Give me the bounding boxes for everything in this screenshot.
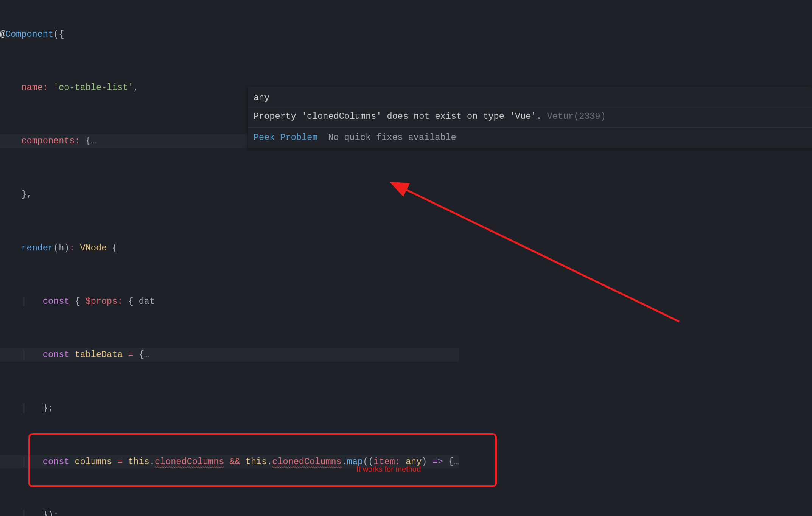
arrow: => [432, 457, 443, 467]
punct: . [342, 457, 347, 467]
code-line[interactable]: @Component({ [0, 28, 459, 41]
fold-ellipsis-icon[interactable]: … [144, 350, 149, 360]
punct: { [128, 296, 139, 306]
punct: : [43, 82, 48, 93]
error-span[interactable]: clonedColumns [155, 457, 224, 468]
hover-msg-c: does not exist on type [381, 111, 509, 121]
hover-actions: Peek ProblemNo quick fixes available [248, 127, 812, 148]
decorator-fn: Component [5, 29, 53, 39]
hover-msg-d: 'Vue' [510, 111, 537, 121]
punct: (( [363, 457, 373, 467]
hover-source: Vetur(2339) [542, 111, 606, 121]
operator: = [128, 350, 134, 360]
string: 'co-table-list' [53, 82, 134, 93]
code-line[interactable]: │ const columns = this.clonedColumns && … [0, 455, 459, 469]
code-line[interactable]: │ }; [0, 401, 459, 415]
hover-type: any [248, 87, 812, 107]
obj-key: components [21, 136, 75, 146]
prop: $props [86, 296, 118, 306]
punct: { [139, 350, 144, 360]
punct: : [69, 243, 75, 253]
operator: = [117, 457, 123, 467]
code-line[interactable]: │ const tableData = {… [0, 348, 459, 362]
punct: (h) [53, 243, 69, 253]
no-quick-fixes-label: No quick fixes available [328, 132, 456, 143]
code-line[interactable]: render(h): VNode { [0, 241, 459, 255]
punct: { [112, 243, 117, 253]
peek-problem-link[interactable]: Peek Problem [254, 132, 317, 143]
hover-msg-b: 'clonedColumns' [302, 111, 382, 121]
keyword: const [43, 350, 70, 360]
code-line[interactable]: │ const { $props: { dat [0, 295, 459, 308]
method-call: map [347, 457, 363, 467]
punct: ({ [53, 29, 64, 39]
identifier: dat [139, 296, 155, 306]
punct: }; [43, 403, 53, 413]
punct: }, [21, 189, 32, 199]
punct: { [86, 136, 91, 146]
punct: . [149, 457, 155, 467]
method-name: render [21, 243, 53, 253]
punct: : [395, 457, 400, 467]
operator: && [230, 457, 240, 467]
punct: . [267, 457, 272, 467]
code-line[interactable]: }, [0, 188, 459, 201]
hover-tooltip[interactable]: any Property 'clonedColumns' does not ex… [248, 87, 812, 149]
variable: tableData [75, 350, 123, 360]
fold-ellipsis-icon[interactable]: … [91, 136, 96, 146]
variable: columns [75, 457, 112, 467]
punct: }); [43, 510, 59, 516]
punct: : [75, 136, 80, 146]
hover-msg-e: . [536, 111, 541, 121]
code-editor[interactable]: @Component({ name: 'co-table-list', comp… [0, 0, 459, 516]
fold-ellipsis-icon[interactable]: … [454, 457, 459, 467]
punct: , [134, 82, 139, 93]
type: any [406, 457, 422, 467]
this: this [246, 457, 267, 467]
this: this [128, 457, 149, 467]
obj-key: name [21, 82, 42, 93]
hover-message: Property 'clonedColumns' does not exist … [248, 107, 812, 127]
param: item [373, 457, 395, 467]
type: VNode [80, 243, 107, 253]
punct: ) [422, 457, 427, 467]
keyword: const [43, 296, 70, 306]
punct: : [117, 296, 123, 306]
punct: { [75, 296, 85, 306]
keyword: const [43, 457, 70, 467]
decorator-at: @ [0, 29, 5, 39]
hover-msg-a: Property [254, 111, 302, 121]
code-line[interactable]: │ }); [0, 508, 459, 516]
punct: { [448, 457, 454, 467]
hover-type-text: any [254, 93, 269, 103]
error-span[interactable]: clonedColumns [272, 457, 341, 468]
